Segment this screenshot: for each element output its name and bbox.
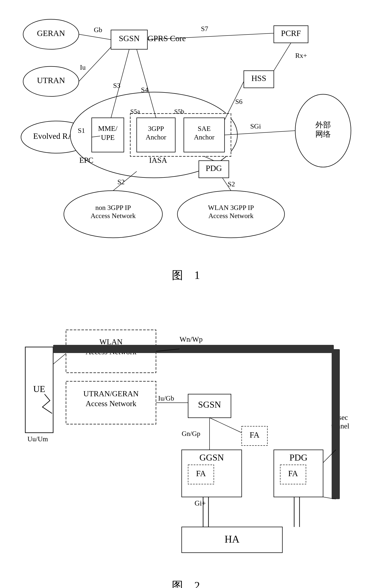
- s2-left-label: S2: [117, 178, 125, 186]
- sgsn-label: SGSN: [119, 34, 139, 43]
- s7-label: S7: [201, 25, 208, 32]
- diagram2-svg: UE Uu/Um WLAN Access Network UTRAN/GERAN…: [17, 287, 359, 566]
- sgsn2-label: SGSN: [198, 400, 221, 410]
- s5a-label: S5a: [130, 108, 140, 115]
- s1-label: S1: [78, 126, 85, 134]
- svg-text:non 3GPP IP: non 3GPP IP: [95, 204, 131, 211]
- utran-label: UTRAN: [37, 76, 65, 85]
- gi-label: Gi+: [195, 499, 206, 507]
- svg-text:3GPP: 3GPP: [148, 125, 164, 132]
- pdg2-label: PDG: [289, 453, 307, 462]
- epc-label: EPC: [79, 156, 93, 165]
- svg-line-55: [53, 353, 66, 364]
- s5b-label: S5b: [174, 108, 184, 115]
- s4-label: S4: [141, 86, 148, 94]
- diagram2: UE Uu/Um WLAN Access Network UTRAN/GERAN…: [17, 287, 359, 576]
- s2-right-label: S2: [228, 180, 235, 188]
- svg-line-34: [274, 43, 291, 71]
- pdg-label: PDG: [206, 164, 222, 173]
- pcrf-label: PCRF: [281, 29, 301, 38]
- iugb-label: Iu/Gb: [158, 394, 174, 402]
- svg-line-58: [209, 418, 242, 433]
- gprs-core-label: GPRS Core: [147, 34, 186, 43]
- svg-text:Access Network: Access Network: [208, 212, 253, 220]
- svg-text:Access Network: Access Network: [90, 212, 136, 220]
- gb-label: Gb: [94, 26, 102, 34]
- svg-text:Access Network: Access Network: [85, 399, 136, 408]
- svg-text:MME/: MME/: [98, 125, 117, 132]
- svg-text:外部: 外部: [315, 121, 331, 129]
- wnwp-label: Wn/Wp: [179, 335, 203, 343]
- ha-label: HA: [225, 533, 240, 545]
- s6-label: S6: [235, 98, 242, 105]
- svg-text:Anchor: Anchor: [146, 133, 166, 141]
- page: GERAN UTRAN Evolved RAN SGSN GPRS Core P…: [0, 0, 376, 588]
- hss-label: HSS: [251, 74, 266, 83]
- fa-ggsn-label: FA: [196, 469, 206, 478]
- svg-line-27: [79, 34, 111, 40]
- svg-text:UPE: UPE: [101, 134, 115, 141]
- gngp-label: Gn/Gp: [182, 430, 200, 437]
- sgi-label: SGi: [250, 122, 261, 130]
- iasa-label: IASA: [149, 156, 167, 165]
- svg-rect-46: [53, 345, 334, 353]
- diagram1: GERAN UTRAN Evolved RAN SGSN GPRS Core P…: [17, 9, 359, 266]
- rx-label: Rx+: [295, 52, 307, 59]
- geran-label: GERAN: [37, 29, 65, 38]
- fa-pdg-label: FA: [288, 469, 298, 478]
- iu-label: Iu: [80, 63, 86, 71]
- fa-sgsn-label: FA: [250, 430, 260, 439]
- diagram1-svg: GERAN UTRAN Evolved RAN SGSN GPRS Core P…: [17, 9, 359, 266]
- svg-text:UTRAN/GERAN: UTRAN/GERAN: [83, 389, 139, 398]
- svg-text:Anchor: Anchor: [194, 133, 214, 141]
- fig1-label: 图 1: [172, 268, 204, 283]
- s3-label: S3: [113, 82, 120, 89]
- svg-text:网络: 网络: [315, 130, 331, 138]
- ue-label: UE: [33, 384, 45, 394]
- svg-rect-47: [332, 349, 340, 499]
- uuum-label: Uu/Um: [27, 435, 48, 443]
- svg-text:SAE: SAE: [198, 125, 210, 132]
- fig2-label: 图 2: [172, 578, 204, 588]
- svg-text:WLAN 3GPP IP: WLAN 3GPP IP: [208, 204, 254, 211]
- ggsn-label: GGSN: [199, 453, 224, 462]
